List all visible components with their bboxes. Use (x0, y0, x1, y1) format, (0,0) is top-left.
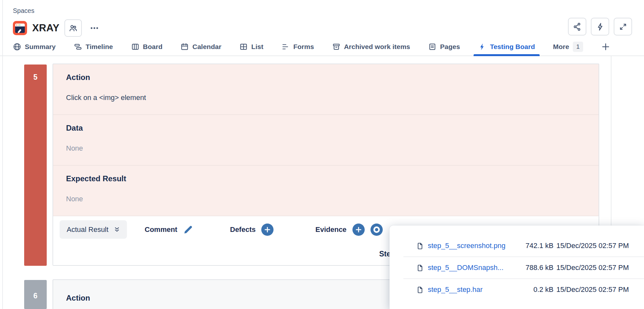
plus-circle-icon (355, 226, 362, 233)
tab-label: Pages (440, 43, 460, 51)
tab-forms[interactable]: Forms (281, 38, 314, 55)
expand-icon (619, 22, 628, 31)
action-value[interactable]: Click on a <img> element (66, 94, 599, 102)
evidence-label: Evidence (315, 225, 347, 234)
tab-testing-board[interactable]: Testing Board (478, 38, 535, 55)
evidence-file-date: 15/Dec/2025 02:57 PM (556, 285, 629, 294)
tab-label: Testing Board (490, 43, 535, 51)
archive-icon (332, 43, 341, 51)
step-5-data-section: Data None (53, 115, 599, 165)
automation-button[interactable] (591, 18, 609, 35)
tab-board[interactable]: Board (131, 38, 163, 55)
breadcrumb[interactable]: Spaces (13, 7, 34, 15)
tab-label: Archived work items (344, 43, 410, 51)
tab-more[interactable]: More 1 (553, 38, 583, 55)
tab-summary[interactable]: Summary (13, 38, 56, 55)
share-icon (573, 22, 582, 31)
share-button[interactable] (568, 18, 586, 35)
actual-result-button[interactable]: Actual Result (60, 220, 127, 239)
section-title: Expected Result (66, 165, 599, 183)
step-5-action-section: Action Click on a <img> element (53, 64, 599, 115)
evidence-file-date: 15/Dec/2025 02:57 PM (556, 242, 629, 250)
section-title: Action (66, 64, 599, 82)
comment-label: Comment (145, 225, 177, 234)
pencil-icon[interactable] (183, 224, 193, 235)
add-defect-button[interactable] (261, 224, 274, 236)
evidence-file-link[interactable]: step_5__DOMSnapsh... (428, 264, 521, 272)
plus-circle-icon (264, 226, 271, 233)
defects-label: Defects (230, 225, 255, 234)
space-tabs: Summary Timeline Board Calendar (0, 38, 644, 56)
project-header: XRAY (13, 19, 102, 37)
tab-label: Forms (293, 43, 314, 51)
tab-timeline[interactable]: Timeline (74, 38, 113, 55)
more-label: More (553, 43, 569, 51)
view-evidence-button[interactable] (370, 224, 383, 236)
step-6-number-bar: 6 (24, 280, 47, 309)
people-icon (69, 24, 78, 33)
file-icon (416, 286, 424, 294)
board-icon (131, 43, 139, 51)
add-evidence-button[interactable] (352, 224, 365, 236)
expected-result-value[interactable]: None (66, 195, 599, 203)
step-number: 5 (34, 73, 38, 81)
eye-icon (373, 226, 380, 233)
tab-label: Summary (25, 43, 56, 51)
people-button[interactable] (64, 19, 82, 37)
xray-app-icon (13, 21, 27, 35)
evidence-file-row[interactable]: step_5__step.har 0.2 kB 15/Dec/2025 02:5… (389, 279, 644, 300)
tab-archived-work-items[interactable]: Archived work items (332, 38, 410, 55)
globe-icon (13, 43, 21, 51)
tab-pages[interactable]: Pages (428, 38, 460, 55)
evidence-file-link[interactable]: step_5__screenshot.png (428, 242, 521, 250)
comment-group: Comment (145, 220, 193, 239)
tab-label: Timeline (86, 43, 113, 51)
evidence-file-size: 788.6 kB (521, 264, 553, 272)
add-tab-button[interactable] (601, 38, 610, 55)
lightning-icon (596, 22, 605, 31)
tab-label: Calendar (192, 43, 221, 51)
evidence-file-date: 15/Dec/2025 02:57 PM (556, 264, 629, 272)
header-actions (568, 18, 632, 35)
forms-icon (281, 43, 290, 51)
evidence-file-size: 742.1 kB (521, 242, 553, 250)
more-actions-button[interactable] (87, 22, 102, 35)
evidence-file-row[interactable]: step_5__screenshot.png 742.1 kB 15/Dec/2… (389, 235, 644, 256)
step-5-expected-result-section: Expected Result None (53, 165, 599, 216)
data-value[interactable]: None (66, 144, 599, 153)
plus-icon (601, 42, 610, 51)
evidence-file-size: 0.2 kB (521, 285, 553, 294)
actual-result-label: Actual Result (67, 225, 109, 234)
file-icon (416, 264, 424, 272)
evidence-file-link[interactable]: step_5__step.har (428, 285, 521, 294)
step-5-number-bar: 5 (24, 65, 47, 266)
section-title: Data (66, 115, 599, 133)
step-number: 6 (34, 292, 38, 300)
file-icon (416, 242, 424, 250)
evidence-group: Evidence (315, 220, 383, 239)
timeline-icon (74, 43, 82, 51)
defects-group: Defects (230, 220, 274, 239)
evidence-file-row[interactable]: step_5__DOMSnapsh... 788.6 kB 15/Dec/202… (389, 257, 644, 278)
ellipsis-icon (90, 23, 99, 33)
more-count-badge: 1 (573, 42, 583, 52)
tab-calendar[interactable]: Calendar (180, 38, 221, 55)
tab-list[interactable]: List (239, 38, 263, 55)
tab-label: List (251, 43, 263, 51)
list-icon (239, 43, 248, 51)
pages-icon (428, 43, 437, 51)
page-title: XRAY (32, 22, 59, 34)
evidence-popup: step_5__screenshot.png 742.1 kB 15/Dec/2… (389, 225, 644, 309)
expand-button[interactable] (614, 18, 632, 35)
chevron-double-down-icon (114, 226, 120, 233)
tab-label: Board (143, 43, 163, 51)
step-status-partial-label: Ste (379, 250, 391, 258)
calendar-icon (180, 43, 189, 51)
bolt-icon (478, 43, 486, 51)
